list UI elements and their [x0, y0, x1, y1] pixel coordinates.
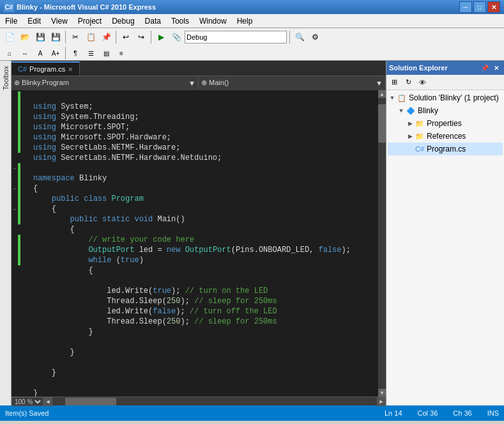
- class-dropdown-arrow: ▼: [188, 79, 195, 87]
- toolbar-s6[interactable]: ☰: [84, 46, 98, 60]
- status-col: Col 36: [418, 409, 438, 417]
- status-mode: INS: [487, 409, 499, 417]
- scroll-thumb[interactable]: [378, 104, 386, 143]
- tab-close-button[interactable]: ✕: [68, 66, 73, 73]
- se-title-bar: Solution Explorer 📌 ✕: [386, 61, 504, 75]
- tab-program-cs[interactable]: C# Program.cs ✕: [11, 61, 80, 75]
- menu-bar: File Edit View Project Debug Data Tools …: [0, 14, 504, 28]
- title-bar: C# Blinky - Microsoft Visual C# 2010 Exp…: [0, 0, 504, 14]
- expand-references[interactable]: ▶: [406, 133, 415, 139]
- maximize-button[interactable]: □: [473, 1, 486, 13]
- method-dropdown-label: ⊕ Main(): [201, 79, 229, 87]
- scroll-down-btn[interactable]: ▼: [378, 389, 386, 397]
- horizontal-scroll-area[interactable]: 100 % ◄ ►: [11, 397, 386, 405]
- toolbar-area: 📄 📂 💾 💾 ✂ 📋 📌 ↩ ↪ ▶ 📎 🔍 ⚙ ⌂ ↔ A A+ ¶ ☰ ▤…: [0, 28, 504, 61]
- toolbox-sidebar: Toolbox: [0, 61, 11, 405]
- se-title: Solution Explorer: [389, 64, 448, 72]
- toolbar-s8[interactable]: ≡: [114, 46, 128, 60]
- scroll-up-btn[interactable]: ▲: [378, 90, 386, 98]
- menu-debug[interactable]: Debug: [107, 14, 139, 27]
- vertical-scrollbar[interactable]: ▲ ▼: [378, 90, 386, 397]
- separator-4: [289, 31, 290, 43]
- tree-properties[interactable]: ▶ 📁 Properties: [388, 117, 503, 130]
- code-editor[interactable]: using System; using System.Threading; us…: [31, 90, 378, 397]
- toolbar-open[interactable]: 📂: [18, 30, 32, 44]
- minimize-button[interactable]: ─: [459, 1, 472, 13]
- tree-references[interactable]: ▶ 📁 References: [388, 130, 503, 143]
- menu-help[interactable]: Help: [232, 14, 258, 27]
- toolbar-paste[interactable]: 📌: [99, 30, 113, 44]
- toolbar-target-combo[interactable]: [185, 31, 287, 43]
- window-controls: ─ □ ✕: [459, 1, 500, 13]
- h-scroll-left[interactable]: ◄: [43, 397, 52, 406]
- code-area[interactable]: − − − using System; using System.Threadi…: [11, 90, 386, 397]
- toolbar-undo[interactable]: ↩: [119, 30, 133, 44]
- method-dropdown-arrow: ▼: [376, 79, 383, 87]
- menu-data[interactable]: Data: [140, 14, 166, 27]
- se-pin-button[interactable]: 📌: [480, 63, 490, 73]
- code-margin: − − −: [11, 90, 31, 397]
- menu-view[interactable]: View: [46, 14, 73, 27]
- app-icon: C#: [4, 2, 14, 12]
- class-dropdown-label: ⊕ Blinky.Program: [14, 79, 69, 87]
- zoom-select[interactable]: 100 %: [11, 397, 43, 406]
- toolbar-s4[interactable]: A+: [49, 46, 63, 60]
- menu-edit[interactable]: Edit: [22, 14, 46, 27]
- tab-icon: C#: [18, 65, 27, 73]
- se-refresh-btn[interactable]: ↻: [402, 76, 415, 89]
- change-indicator-1: [18, 91, 20, 102]
- expand-solution[interactable]: ▼: [388, 95, 397, 101]
- tree-blinky-project[interactable]: ▼ 🔷 Blinky: [388, 104, 503, 117]
- toolbar-extra2[interactable]: ⚙: [308, 30, 322, 44]
- toolbar-s5[interactable]: ¶: [68, 46, 82, 60]
- separator-3: [151, 31, 151, 43]
- scroll-track[interactable]: [378, 98, 386, 389]
- editor-dropdowns: ⊕ Blinky.Program ▼ ⊕ Main() ▼: [11, 76, 386, 90]
- toolbar-s1[interactable]: ⌂: [3, 46, 17, 60]
- tree-program-cs[interactable]: C# Program.cs: [388, 143, 503, 155]
- toolbar-attach[interactable]: 📎: [169, 30, 183, 44]
- toolbar-main: 📄 📂 💾 💾 ✂ 📋 📌 ↩ ↪ ▶ 📎 🔍 ⚙: [0, 28, 504, 46]
- se-close-button[interactable]: ✕: [491, 63, 501, 73]
- main-area: Toolbox C# Program.cs ✕ ⊕ Blinky.Program…: [0, 61, 504, 405]
- se-tree: ▼ 📋 Solution 'Blinky' (1 project) ▼ 🔷 Bl…: [386, 90, 504, 405]
- class-dropdown[interactable]: ⊕ Blinky.Program ▼: [11, 76, 199, 90]
- se-show-all-btn[interactable]: 👁: [416, 76, 429, 89]
- margin-row-2: [11, 102, 31, 112]
- editor-container: C# Program.cs ✕ ⊕ Blinky.Program ▼ ⊕ Mai…: [11, 61, 386, 405]
- solution-explorer: Solution Explorer 📌 ✕ ⊞ ↻ 👁 ▼ 📋 Solution…: [386, 61, 504, 405]
- tree-solution[interactable]: ▼ 📋 Solution 'Blinky' (1 project): [388, 91, 503, 104]
- close-button[interactable]: ✕: [487, 1, 500, 13]
- toolbar-start[interactable]: ▶: [154, 30, 168, 44]
- h-scroll-track[interactable]: [52, 398, 377, 405]
- menu-project[interactable]: Project: [73, 14, 107, 27]
- h-scroll-right[interactable]: ►: [377, 397, 386, 406]
- toolbar-extra1[interactable]: 🔍: [293, 30, 307, 44]
- toolbar-saveall[interactable]: 💾: [49, 30, 63, 44]
- menu-window[interactable]: Window: [194, 14, 232, 27]
- toolbar-s2[interactable]: ↔: [18, 46, 32, 60]
- solution-icon: 📋: [397, 93, 407, 103]
- toolbar-redo[interactable]: ↪: [134, 30, 148, 44]
- h-scroll-thumb[interactable]: [65, 398, 116, 405]
- status-items: Item(s) Saved: [5, 409, 49, 417]
- tab-label: Program.cs: [29, 65, 65, 73]
- toolbar-copy[interactable]: 📋: [84, 30, 98, 44]
- toolbar-cut[interactable]: ✂: [68, 30, 82, 44]
- method-dropdown[interactable]: ⊕ Main() ▼: [199, 76, 386, 90]
- toolbar-s7[interactable]: ▤: [99, 46, 113, 60]
- status-right: Ln 14 Col 36 Ch 36 INS: [385, 409, 499, 417]
- toolbar-save[interactable]: 💾: [33, 30, 47, 44]
- expand-properties[interactable]: ▶: [406, 120, 415, 127]
- window-title: Blinky - Microsoft Visual C# 2010 Expres…: [17, 3, 156, 11]
- margin-row-1: [11, 91, 31, 102]
- properties-icon: 📁: [415, 118, 425, 129]
- status-ch: Ch 36: [453, 409, 471, 417]
- menu-file[interactable]: File: [0, 14, 22, 27]
- expand-blinky[interactable]: ▼: [397, 107, 406, 114]
- toolbox-label[interactable]: Toolbox: [1, 63, 11, 93]
- se-properties-btn[interactable]: ⊞: [388, 76, 401, 89]
- menu-tools[interactable]: Tools: [166, 14, 194, 27]
- toolbar-new[interactable]: 📄: [3, 30, 17, 44]
- toolbar-s3[interactable]: A: [33, 46, 47, 60]
